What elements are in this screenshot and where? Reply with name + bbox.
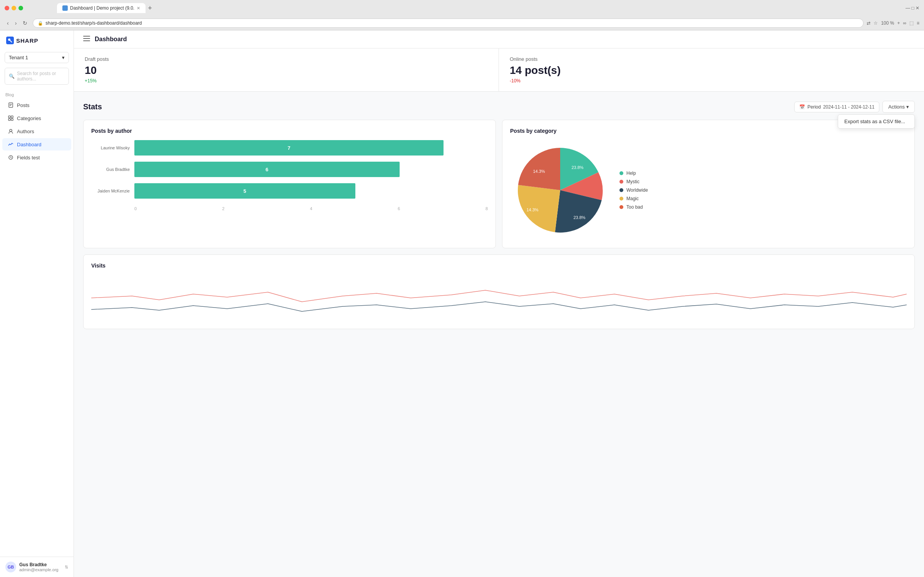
svg-text:23.8%: 23.8% — [573, 215, 585, 220]
pie-chart: 23.8% 23.8% 14.3% — [510, 140, 610, 240]
tab-title: Dashboard | Demo project (9.0. — [70, 5, 134, 11]
actions-chevron: ▾ — [906, 104, 909, 110]
bar-chart: Laurine Wisoky 7 Gus Bradtke 6 — [91, 140, 488, 211]
svg-rect-5 — [8, 116, 10, 118]
online-posts-card: Online posts 14 post(s) -10% — [499, 49, 924, 92]
url-text: sharp-demo.test/sharp/s-dashboard/dashbo… — [45, 20, 142, 26]
tenant-chevron: ▾ — [62, 55, 65, 60]
svg-rect-2 — [9, 103, 13, 107]
search-box[interactable]: 🔍 Search for posts or authors... — [5, 68, 69, 85]
sidebar-item-categories[interactable]: Categories — [2, 112, 71, 124]
zoom-in-icon[interactable]: + — [897, 20, 900, 26]
calendar-icon: 📅 — [799, 104, 805, 110]
tab-favicon — [62, 5, 68, 11]
pie-wrapper: 23.8% 23.8% 14.3% — [510, 140, 907, 240]
legend-magic: Magic — [619, 196, 648, 201]
actions-button[interactable]: Actions ▾ — [882, 101, 915, 113]
categories-icon — [8, 115, 14, 121]
active-tab[interactable]: Dashboard | Demo project (9.0. ✕ — [57, 3, 146, 13]
legend-mystic: Mystic — [619, 179, 648, 184]
sidebar-item-dashboard[interactable]: Dashboard — [2, 138, 71, 151]
fields-test-icon — [8, 154, 14, 161]
legend-label-magic: Magic — [626, 196, 639, 201]
tenant-label: Tenant 1 — [9, 55, 28, 60]
bar-axis: 0 2 4 6 8 — [91, 206, 488, 211]
content-area: Draft posts 10 +15% Online posts 14 post… — [74, 49, 924, 577]
close-button[interactable] — [5, 6, 9, 10]
svg-rect-12 — [83, 38, 90, 39]
bar-2: 5 — [134, 183, 355, 199]
sidebar-item-posts[interactable]: Posts — [2, 99, 71, 111]
window-controls: — □ ✕ — [906, 5, 919, 11]
stats-section: Stats 📅 Period 2024-11-11 - 2024-12-11 A… — [74, 92, 924, 338]
legend-help: Help — [619, 171, 648, 176]
actions-dropdown-menu: Export stats as a CSV file... — [838, 114, 915, 129]
bar-label-0: Laurine Wisoky — [91, 146, 130, 150]
reader-mode-icon: ∞ — [903, 20, 906, 26]
visits-card: Visits — [83, 254, 915, 329]
svg-rect-13 — [83, 40, 90, 41]
legend-label-toobad: Too bad — [626, 204, 643, 210]
posts-by-author-card: Posts by author Laurine Wisoky 7 Gus Bra… — [83, 120, 496, 248]
tenant-selector[interactable]: Tenant 1 ▾ — [5, 52, 69, 63]
sidebar-item-fields-test[interactable]: Fields test — [2, 151, 71, 164]
period-value: 2024-11-11 - 2024-12-11 — [823, 104, 874, 110]
legend-dot-toobad — [619, 205, 623, 209]
authors-label: Authors — [17, 129, 34, 134]
bar-row-2: Jaiden McKenzie 5 — [91, 183, 488, 199]
new-tab-button[interactable]: + — [148, 4, 152, 12]
back-button[interactable]: ‹ — [5, 19, 11, 27]
authors-icon — [8, 128, 14, 134]
main-content: Dashboard Draft posts 10 +15% Online pos… — [74, 30, 924, 577]
logo-text: SHARP — [16, 37, 38, 44]
svg-point-9 — [10, 129, 12, 132]
url-bar[interactable]: 🔒 sharp-demo.test/sharp/s-dashboard/dash… — [33, 18, 864, 28]
legend-worldwide: Worldwide — [619, 187, 648, 193]
posts-by-category-card: Posts by category 23.8% 23.8% — [502, 120, 915, 248]
stats-title: Stats — [83, 102, 102, 111]
sidebar-user[interactable]: GB Gus Bradtke admin@example.org ⇅ — [0, 557, 74, 577]
draft-posts-change: +15% — [85, 78, 488, 84]
zoom-level: 100 % — [881, 20, 894, 26]
legend-toobad: Too bad — [619, 204, 648, 210]
export-csv-item[interactable]: Export stats as a CSV file... — [838, 115, 914, 128]
legend-label-mystic: Mystic — [626, 179, 639, 184]
posts-label: Posts — [17, 102, 30, 108]
period-filter-button[interactable]: 📅 Period 2024-11-11 - 2024-12-11 — [794, 102, 879, 112]
posts-by-author-title: Posts by author — [91, 128, 488, 134]
bar-row-0: Laurine Wisoky 7 — [91, 140, 488, 156]
svg-line-1 — [10, 40, 12, 42]
bar-container-1: 6 — [134, 162, 488, 177]
bookmark-icon: ☆ — [874, 20, 878, 26]
draft-posts-card: Draft posts 10 +15% — [74, 49, 499, 92]
svg-rect-6 — [11, 116, 13, 118]
svg-rect-8 — [11, 119, 13, 120]
bar-label-2: Jaiden McKenzie — [91, 189, 130, 193]
user-avatar: GB — [5, 562, 16, 572]
stats-header: Stats 📅 Period 2024-11-11 - 2024-12-11 A… — [83, 101, 915, 113]
stats-cards: Draft posts 10 +15% Online posts 14 post… — [74, 49, 924, 92]
online-posts-label: Online posts — [510, 56, 913, 62]
sidebar-toggle-button[interactable] — [83, 36, 90, 43]
legend-label-worldwide: Worldwide — [626, 187, 648, 193]
fullscreen-button[interactable] — [18, 6, 23, 10]
svg-text:23.8%: 23.8% — [571, 165, 583, 170]
svg-text:14.3%: 14.3% — [533, 169, 545, 174]
tab-close-button[interactable]: ✕ — [137, 6, 140, 11]
bar-row-1: Gus Bradtke 6 — [91, 162, 488, 177]
pie-legend: Help Mystic Worldwide — [619, 171, 648, 210]
period-label: Period — [807, 104, 821, 110]
minimize-button[interactable] — [12, 6, 16, 10]
svg-text:14.3%: 14.3% — [526, 207, 538, 212]
logo-icon — [6, 37, 14, 44]
search-icon: 🔍 — [9, 74, 15, 79]
bar-1: 6 — [134, 162, 400, 177]
user-info: Gus Bradtke admin@example.org — [19, 562, 62, 572]
forward-button[interactable]: › — [13, 19, 19, 27]
sidebar-item-authors[interactable]: Authors — [2, 125, 71, 137]
refresh-button[interactable]: ↻ — [20, 19, 30, 27]
menu-icon[interactable]: ≡ — [917, 20, 919, 26]
app-container: SHARP Tenant 1 ▾ 🔍 Search for posts or a… — [0, 30, 924, 577]
legend-dot-help — [619, 171, 623, 175]
visits-chart-area — [91, 275, 907, 321]
